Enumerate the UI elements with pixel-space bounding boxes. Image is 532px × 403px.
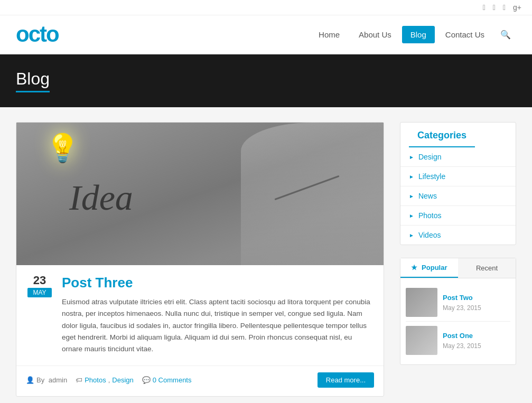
tag-photos[interactable]: Photos (85, 376, 106, 384)
popular-tab-label: Popular (422, 264, 447, 271)
main-container: 💡 Idea 23 May Post Three Euismod atr (0, 107, 532, 403)
blog-post-card: 💡 Idea 23 May Post Three Euismod atr (16, 122, 384, 397)
tag-icon: 🏷 (76, 376, 82, 384)
star-icon: ★ (411, 264, 417, 271)
category-item-design: ► Design (400, 147, 516, 167)
post-info: 👤 By admin 🏷 Photos, Design 💬 0 Comments (26, 376, 191, 384)
popular-tab[interactable]: ★ Popular (400, 258, 458, 278)
popular-post-date-1: May 23, 2015 (443, 304, 481, 312)
tab-header: ★ Popular Recent (400, 258, 516, 278)
popular-post-info-1: Post Two May 23, 2015 (443, 294, 481, 312)
category-link-lifestyle[interactable]: ► Lifestyle (400, 167, 516, 186)
comments-link[interactable]: 0 Comments (153, 376, 192, 384)
comments-info: 💬 0 Comments (142, 376, 192, 384)
recent-tab[interactable]: Recent (458, 258, 516, 278)
nav-contact[interactable]: Contact Us (437, 26, 493, 43)
arrow-icon: ► (409, 193, 414, 199)
googleplus-link[interactable]: g+ (513, 3, 521, 12)
logo-text: octo (16, 22, 59, 47)
page-banner: Blog (0, 54, 532, 107)
user-icon: 👤 (26, 376, 34, 384)
category-link-design[interactable]: ► Design (400, 147, 516, 166)
category-item-lifestyle: ► Lifestyle (400, 167, 516, 186)
post-image-inner: 💡 Idea (16, 123, 384, 265)
content-area: 💡 Idea 23 May Post Three Euismod atr (16, 122, 384, 397)
post-meta-row: 23 May Post Three Euismod atras vulputat… (16, 265, 384, 360)
post-thumb-1 (406, 288, 437, 317)
twitter-link[interactable]:  (503, 3, 506, 12)
nav-home[interactable]: Home (310, 26, 348, 43)
author-name: admin (46, 376, 67, 384)
date-day: 23 (33, 275, 46, 286)
tag-design[interactable]: Design (112, 376, 133, 384)
sidebar: Categories ► Design ► Lifestyle (400, 122, 516, 397)
arrow-icon: ► (409, 154, 414, 160)
popular-post-title-2[interactable]: Post One (443, 332, 481, 340)
facebook-link[interactable]:  (483, 3, 486, 12)
lightbulb-icon: 💡 (45, 132, 80, 164)
post-title-area: Post Three Euismod atras vulputate iltri… (62, 275, 374, 355)
comment-icon: 💬 (142, 376, 151, 384)
header: octo Home About Us Blog Contact Us 🔍 (0, 15, 532, 54)
popular-posts-list: Post Two May 23, 2015 Post One May 23, 2… (400, 278, 516, 364)
date-badge: 23 May (26, 275, 53, 297)
date-month: May (27, 288, 51, 297)
logo[interactable]: octo (16, 22, 59, 47)
popular-post-date-2: May 23, 2015 (443, 342, 481, 350)
post-image: 💡 Idea (16, 123, 384, 265)
social-bar:    g+ (0, 0, 532, 15)
post-title[interactable]: Post Three (62, 275, 374, 291)
category-label: Photos (418, 211, 442, 220)
category-link-news[interactable]: ► News (400, 186, 516, 205)
category-link-videos[interactable]: ► Videos (400, 226, 516, 245)
categories-title: Categories (409, 123, 475, 147)
post-thumb-2 (406, 326, 437, 355)
category-item-news: ► News (400, 186, 516, 206)
category-link-photos[interactable]: ► Photos (400, 206, 516, 225)
category-label: Videos (418, 231, 441, 239)
popular-post-item-2: Post One May 23, 2015 (406, 322, 510, 359)
categories-section: Categories ► Design ► Lifestyle (400, 122, 516, 245)
recent-tab-label: Recent (476, 264, 498, 272)
category-list: ► Design ► Lifestyle ► News (400, 147, 516, 245)
tags-info: 🏷 Photos, Design (76, 376, 134, 384)
linkedin-link[interactable]:  (493, 3, 496, 12)
nav-about[interactable]: About Us (350, 26, 400, 43)
arrow-icon: ► (409, 213, 414, 219)
post-excerpt: Euismod atras vulputate iltricies etri e… (62, 296, 374, 355)
popular-post-item-1: Post Two May 23, 2015 (406, 284, 510, 322)
category-label: News (418, 192, 437, 200)
popular-post-title-1[interactable]: Post Two (443, 294, 481, 302)
category-item-photos: ► Photos (400, 206, 516, 226)
read-more-button[interactable]: Read more... (318, 372, 374, 388)
main-nav: Home About Us Blog Contact Us 🔍 (310, 25, 516, 44)
arrow-icon: ► (409, 232, 414, 238)
search-button[interactable]: 🔍 (495, 25, 516, 44)
category-label: Lifestyle (418, 172, 445, 181)
tab-section: ★ Popular Recent Post Two May 23, 2015 (400, 258, 516, 365)
person-figure (241, 123, 384, 265)
page-title: Blog (16, 69, 50, 92)
post-footer: 👤 By admin 🏷 Photos, Design 💬 0 Comments… (16, 365, 384, 396)
arrow-icon: ► (409, 174, 414, 180)
thumb-image-1 (406, 288, 437, 317)
author-info: 👤 By admin (26, 376, 67, 384)
idea-text: Idea (69, 177, 133, 219)
nav-blog[interactable]: Blog (402, 26, 435, 43)
popular-post-info-2: Post One May 23, 2015 (443, 332, 481, 350)
category-label: Design (418, 153, 442, 161)
category-item-videos: ► Videos (400, 226, 516, 245)
thumb-image-2 (406, 326, 437, 355)
